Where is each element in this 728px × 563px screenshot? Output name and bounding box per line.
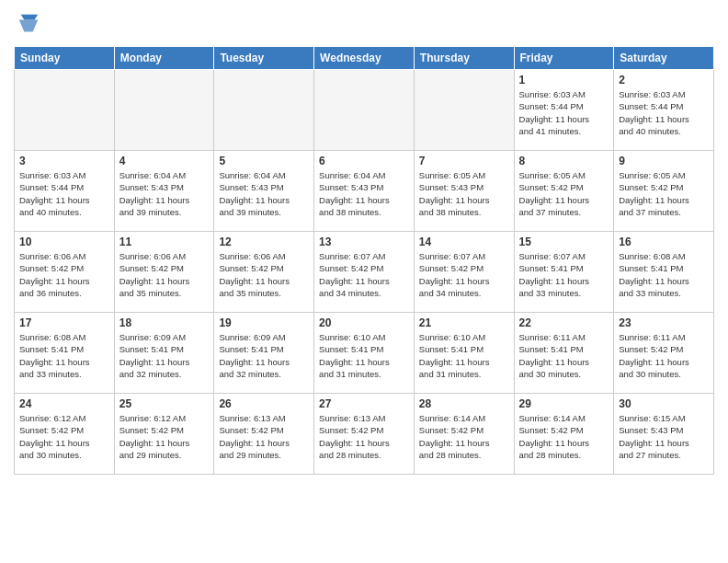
- day-cell-18: 18Sunrise: 6:09 AMSunset: 5:41 PMDayligh…: [114, 313, 214, 394]
- day-info-13: Sunrise: 6:07 AMSunset: 5:42 PMDaylight:…: [319, 250, 409, 299]
- day-info-23: Sunrise: 6:11 AMSunset: 5:42 PMDaylight:…: [619, 331, 709, 380]
- day-number-17: 17: [19, 316, 109, 329]
- day-number-7: 7: [419, 155, 509, 167]
- day-info-15: Sunrise: 6:07 AMSunset: 5:41 PMDaylight:…: [519, 250, 609, 299]
- day-cell-7: 7Sunrise: 6:05 AMSunset: 5:43 PMDaylight…: [414, 151, 514, 232]
- day-info-22: Sunrise: 6:11 AMSunset: 5:41 PMDaylight:…: [519, 331, 609, 380]
- day-number-26: 26: [219, 397, 309, 410]
- day-info-4: Sunrise: 6:04 AMSunset: 5:43 PMDaylight:…: [119, 169, 210, 218]
- day-number-18: 18: [119, 316, 210, 329]
- day-cell-17: 17Sunrise: 6:08 AMSunset: 5:41 PMDayligh…: [15, 313, 115, 394]
- day-info-27: Sunrise: 6:13 AMSunset: 5:42 PMDaylight:…: [319, 412, 409, 461]
- logo: [14, 15, 41, 39]
- day-info-5: Sunrise: 6:04 AMSunset: 5:43 PMDaylight:…: [219, 169, 309, 218]
- day-number-21: 21: [419, 316, 509, 329]
- day-info-6: Sunrise: 6:04 AMSunset: 5:43 PMDaylight:…: [319, 169, 409, 218]
- day-number-12: 12: [219, 236, 309, 248]
- day-cell-28: 28Sunrise: 6:14 AMSunset: 5:42 PMDayligh…: [414, 394, 514, 475]
- day-cell-3: 3Sunrise: 6:03 AMSunset: 5:44 PMDaylight…: [15, 151, 115, 232]
- day-cell-2: 2Sunrise: 6:03 AMSunset: 5:44 PMDaylight…: [614, 70, 714, 151]
- day-cell-13: 13Sunrise: 6:07 AMSunset: 5:42 PMDayligh…: [314, 232, 415, 313]
- day-info-18: Sunrise: 6:09 AMSunset: 5:41 PMDaylight:…: [119, 331, 210, 380]
- weekday-header-saturday: Saturday: [614, 47, 714, 70]
- day-cell-14: 14Sunrise: 6:07 AMSunset: 5:42 PMDayligh…: [414, 232, 514, 313]
- day-info-9: Sunrise: 6:05 AMSunset: 5:42 PMDaylight:…: [619, 169, 709, 218]
- day-number-2: 2: [619, 74, 709, 86]
- day-number-22: 22: [519, 316, 609, 329]
- day-number-30: 30: [619, 397, 709, 410]
- weekday-header-wednesday: Wednesday: [314, 47, 415, 70]
- day-cell-5: 5Sunrise: 6:04 AMSunset: 5:43 PMDaylight…: [214, 151, 314, 232]
- day-cell-12: 12Sunrise: 6:06 AMSunset: 5:42 PMDayligh…: [214, 232, 314, 313]
- week-row-1: 1Sunrise: 6:03 AMSunset: 5:44 PMDaylight…: [15, 70, 714, 151]
- day-cell-8: 8Sunrise: 6:05 AMSunset: 5:42 PMDaylight…: [514, 151, 614, 232]
- day-number-28: 28: [419, 397, 509, 410]
- day-info-17: Sunrise: 6:08 AMSunset: 5:41 PMDaylight:…: [19, 331, 109, 380]
- day-cell-22: 22Sunrise: 6:11 AMSunset: 5:41 PMDayligh…: [514, 313, 614, 394]
- empty-cell: [15, 70, 115, 151]
- day-info-28: Sunrise: 6:14 AMSunset: 5:42 PMDaylight:…: [419, 412, 509, 461]
- day-info-29: Sunrise: 6:14 AMSunset: 5:42 PMDaylight:…: [519, 412, 609, 461]
- day-number-13: 13: [319, 236, 409, 248]
- day-info-24: Sunrise: 6:12 AMSunset: 5:42 PMDaylight:…: [19, 412, 109, 461]
- day-info-26: Sunrise: 6:13 AMSunset: 5:42 PMDaylight:…: [219, 412, 309, 461]
- day-info-7: Sunrise: 6:05 AMSunset: 5:43 PMDaylight:…: [419, 169, 509, 218]
- weekday-header-row: SundayMondayTuesdayWednesdayThursdayFrid…: [15, 47, 714, 70]
- day-info-11: Sunrise: 6:06 AMSunset: 5:42 PMDaylight:…: [119, 250, 210, 299]
- weekday-header-thursday: Thursday: [414, 47, 514, 70]
- day-cell-30: 30Sunrise: 6:15 AMSunset: 5:43 PMDayligh…: [614, 394, 714, 475]
- header: [14, 9, 714, 39]
- day-cell-24: 24Sunrise: 6:12 AMSunset: 5:42 PMDayligh…: [15, 394, 115, 475]
- day-cell-29: 29Sunrise: 6:14 AMSunset: 5:42 PMDayligh…: [514, 394, 614, 475]
- day-info-20: Sunrise: 6:10 AMSunset: 5:41 PMDaylight:…: [319, 331, 409, 380]
- day-number-6: 6: [319, 155, 409, 167]
- empty-cell: [214, 70, 314, 151]
- day-info-21: Sunrise: 6:10 AMSunset: 5:41 PMDaylight:…: [419, 331, 509, 380]
- day-info-12: Sunrise: 6:06 AMSunset: 5:42 PMDaylight:…: [219, 250, 309, 299]
- day-info-3: Sunrise: 6:03 AMSunset: 5:44 PMDaylight:…: [19, 169, 109, 218]
- svg-marker-0: [19, 19, 39, 31]
- day-number-14: 14: [419, 236, 509, 248]
- empty-cell: [314, 70, 415, 151]
- day-info-8: Sunrise: 6:05 AMSunset: 5:42 PMDaylight:…: [519, 169, 609, 218]
- weekday-header-sunday: Sunday: [15, 47, 115, 70]
- day-info-10: Sunrise: 6:06 AMSunset: 5:42 PMDaylight:…: [19, 250, 109, 299]
- day-cell-16: 16Sunrise: 6:08 AMSunset: 5:41 PMDayligh…: [614, 232, 714, 313]
- empty-cell: [114, 70, 214, 151]
- week-row-2: 3Sunrise: 6:03 AMSunset: 5:44 PMDaylight…: [15, 151, 714, 232]
- week-row-5: 24Sunrise: 6:12 AMSunset: 5:42 PMDayligh…: [15, 394, 714, 475]
- day-cell-19: 19Sunrise: 6:09 AMSunset: 5:41 PMDayligh…: [214, 313, 314, 394]
- day-cell-6: 6Sunrise: 6:04 AMSunset: 5:43 PMDaylight…: [314, 151, 415, 232]
- day-info-30: Sunrise: 6:15 AMSunset: 5:43 PMDaylight:…: [619, 412, 709, 461]
- day-cell-9: 9Sunrise: 6:05 AMSunset: 5:42 PMDaylight…: [614, 151, 714, 232]
- day-number-8: 8: [519, 155, 609, 167]
- day-number-19: 19: [219, 316, 309, 329]
- weekday-header-friday: Friday: [514, 47, 614, 70]
- logo-icon: [16, 13, 41, 39]
- day-number-23: 23: [619, 316, 709, 329]
- day-number-3: 3: [19, 155, 109, 167]
- day-cell-10: 10Sunrise: 6:06 AMSunset: 5:42 PMDayligh…: [15, 232, 115, 313]
- day-number-16: 16: [619, 236, 709, 248]
- day-cell-26: 26Sunrise: 6:13 AMSunset: 5:42 PMDayligh…: [214, 394, 314, 475]
- page: SundayMondayTuesdayWednesdayThursdayFrid…: [0, 0, 728, 484]
- day-cell-23: 23Sunrise: 6:11 AMSunset: 5:42 PMDayligh…: [614, 313, 714, 394]
- day-number-24: 24: [19, 397, 109, 410]
- day-number-25: 25: [119, 397, 210, 410]
- svg-marker-1: [21, 15, 39, 20]
- day-number-10: 10: [19, 236, 109, 248]
- day-info-2: Sunrise: 6:03 AMSunset: 5:44 PMDaylight:…: [619, 88, 709, 137]
- calendar-table: SundayMondayTuesdayWednesdayThursdayFrid…: [14, 46, 714, 475]
- weekday-header-tuesday: Tuesday: [214, 47, 314, 70]
- day-cell-25: 25Sunrise: 6:12 AMSunset: 5:42 PMDayligh…: [114, 394, 214, 475]
- day-cell-1: 1Sunrise: 6:03 AMSunset: 5:44 PMDaylight…: [514, 70, 614, 151]
- day-number-1: 1: [519, 74, 609, 86]
- day-cell-15: 15Sunrise: 6:07 AMSunset: 5:41 PMDayligh…: [514, 232, 614, 313]
- empty-cell: [414, 70, 514, 151]
- day-cell-20: 20Sunrise: 6:10 AMSunset: 5:41 PMDayligh…: [314, 313, 415, 394]
- day-number-5: 5: [219, 155, 309, 167]
- day-number-9: 9: [619, 155, 709, 167]
- day-cell-21: 21Sunrise: 6:10 AMSunset: 5:41 PMDayligh…: [414, 313, 514, 394]
- day-number-27: 27: [319, 397, 409, 410]
- day-info-16: Sunrise: 6:08 AMSunset: 5:41 PMDaylight:…: [619, 250, 709, 299]
